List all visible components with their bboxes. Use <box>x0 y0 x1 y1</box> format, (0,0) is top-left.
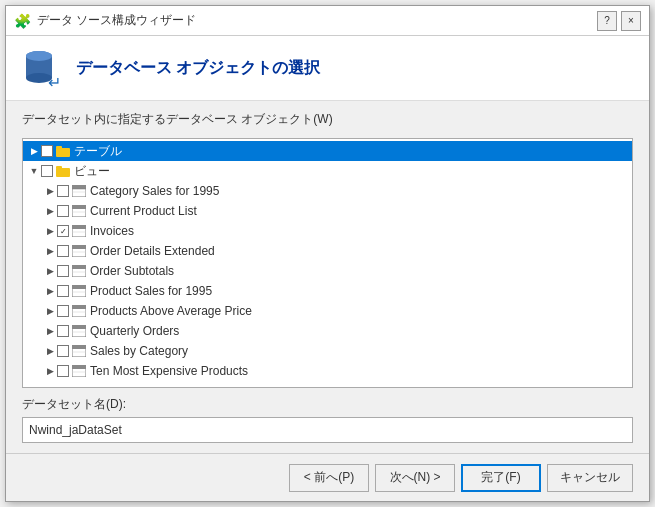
svg-text:↵: ↵ <box>48 74 61 90</box>
tree-item-views[interactable]: ▼ ビュー <box>23 161 632 181</box>
expand-cur-product-icon[interactable]: ▶ <box>43 204 57 218</box>
label-cur-product: Current Product List <box>90 204 197 218</box>
dialog-header: ↵ データベース オブジェクトの選択 <box>6 36 649 101</box>
tree-item-order-sub[interactable]: ▶ Order Subtotals <box>23 261 632 281</box>
table-cat-sales-icon <box>71 184 87 198</box>
svg-rect-10 <box>72 185 86 189</box>
checkbox-tables[interactable] <box>41 145 53 157</box>
svg-rect-7 <box>56 168 70 177</box>
expand-cat-sales-icon[interactable]: ▶ <box>43 184 57 198</box>
label-tables: テーブル <box>74 143 122 160</box>
expand-tables-icon[interactable]: ▶ <box>27 144 41 158</box>
expand-invoices-icon[interactable]: ▶ <box>43 224 57 238</box>
tree-item-prod-sales[interactable]: ▶ Product Sales for 1995 <box>23 281 632 301</box>
tree-item-quarterly[interactable]: ▶ Quarterly Orders <box>23 321 632 341</box>
label-ten-most: Ten Most Expensive Products <box>90 364 248 378</box>
svg-rect-32 <box>72 325 86 329</box>
finish-button[interactable]: 完了(F) <box>461 464 541 492</box>
svg-rect-20 <box>72 245 86 249</box>
expand-ten-most-icon[interactable]: ▶ <box>43 364 57 378</box>
svg-rect-35 <box>72 345 86 349</box>
title-bar-text: データ ソース構成ウィザード <box>37 12 196 29</box>
dataset-label: データセット名(D): <box>22 396 633 413</box>
section-label: データセット内に指定するデータベース オブジェクト(W) <box>22 111 633 128</box>
svg-rect-6 <box>56 146 62 149</box>
checkbox-sales-cat[interactable] <box>57 345 69 357</box>
tree-item-invoices[interactable]: ▶ Invoices <box>23 221 632 241</box>
label-invoices: Invoices <box>90 224 134 238</box>
label-views: ビュー <box>74 163 110 180</box>
dialog: 🧩 データ ソース構成ウィザード ? × ↵ データベース オブジェ <box>5 5 650 502</box>
title-bar-left: 🧩 データ ソース構成ウィザード <box>14 12 196 29</box>
checkbox-cat-sales[interactable] <box>57 185 69 197</box>
tree-item-prod-above[interactable]: ▶ Products Above Average Price <box>23 301 632 321</box>
checkbox-prod-sales[interactable] <box>57 285 69 297</box>
app-icon: 🧩 <box>14 13 31 29</box>
tree-item-cur-product[interactable]: ▶ Current Product List <box>23 201 632 221</box>
dialog-footer: < 前へ(P) 次へ(N) > 完了(F) キャンセル <box>6 453 649 501</box>
database-icon: ↵ <box>24 50 60 86</box>
table-invoices-icon <box>71 224 87 238</box>
checkbox-prod-above[interactable] <box>57 305 69 317</box>
expand-views-icon[interactable]: ▼ <box>27 164 41 178</box>
cancel-button[interactable]: キャンセル <box>547 464 633 492</box>
svg-rect-5 <box>56 148 70 157</box>
tree-container[interactable]: ▶ テーブル ▼ <box>22 138 633 388</box>
table-prod-sales-icon <box>71 284 87 298</box>
expand-order-details-icon[interactable]: ▶ <box>43 244 57 258</box>
svg-rect-8 <box>56 166 62 169</box>
label-order-details: Order Details Extended <box>90 244 215 258</box>
tree-item-cat-sales[interactable]: ▶ Category Sales for 1995 <box>23 181 632 201</box>
checkbox-order-sub[interactable] <box>57 265 69 277</box>
checkbox-invoices[interactable] <box>57 225 69 237</box>
svg-rect-29 <box>72 305 86 309</box>
folder-views-icon <box>55 164 71 178</box>
tree-item-order-details[interactable]: ▶ Order Details Extended <box>23 241 632 261</box>
table-order-sub-icon <box>71 264 87 278</box>
title-bar-buttons: ? × <box>597 11 641 31</box>
expand-quarterly-icon[interactable]: ▶ <box>43 324 57 338</box>
expand-prod-sales-icon[interactable]: ▶ <box>43 284 57 298</box>
checkbox-views[interactable] <box>41 165 53 177</box>
label-order-sub: Order Subtotals <box>90 264 174 278</box>
expand-order-sub-icon[interactable]: ▶ <box>43 264 57 278</box>
svg-rect-38 <box>72 365 86 369</box>
dataset-section: データセット名(D): <box>22 396 633 443</box>
label-prod-above: Products Above Average Price <box>90 304 252 318</box>
dataset-name-input[interactable] <box>22 417 633 443</box>
next-button[interactable]: 次へ(N) > <box>375 464 455 492</box>
table-prod-above-icon <box>71 304 87 318</box>
label-quarterly: Quarterly Orders <box>90 324 179 338</box>
checkbox-order-details[interactable] <box>57 245 69 257</box>
svg-rect-23 <box>72 265 86 269</box>
table-ten-most-icon <box>71 364 87 378</box>
table-cur-product-icon <box>71 204 87 218</box>
folder-tables-icon <box>55 144 71 158</box>
checkbox-quarterly[interactable] <box>57 325 69 337</box>
table-quarterly-icon <box>71 324 87 338</box>
dialog-body: データセット内に指定するデータベース オブジェクト(W) ▶ テーブル ▼ <box>6 101 649 453</box>
expand-prod-above-icon[interactable]: ▶ <box>43 304 57 318</box>
label-sales-cat: Sales by Category <box>90 344 188 358</box>
label-prod-sales: Product Sales for 1995 <box>90 284 212 298</box>
help-button[interactable]: ? <box>597 11 617 31</box>
tree-item-sales-cat[interactable]: ▶ Sales by Category <box>23 341 632 361</box>
header-icon: ↵ <box>22 48 62 88</box>
tree-item-tables[interactable]: ▶ テーブル <box>23 141 632 161</box>
label-cat-sales: Category Sales for 1995 <box>90 184 219 198</box>
title-bar: 🧩 データ ソース構成ウィザード ? × <box>6 6 649 36</box>
close-button[interactable]: × <box>621 11 641 31</box>
table-sales-cat-icon <box>71 344 87 358</box>
checkbox-ten-most[interactable] <box>57 365 69 377</box>
svg-rect-17 <box>72 225 86 229</box>
expand-sales-cat-icon[interactable]: ▶ <box>43 344 57 358</box>
svg-rect-26 <box>72 285 86 289</box>
back-button[interactable]: < 前へ(P) <box>289 464 369 492</box>
checkbox-cur-product[interactable] <box>57 205 69 217</box>
tree-item-ten-most[interactable]: ▶ Ten Most Expensive Products <box>23 361 632 381</box>
table-order-details-icon <box>71 244 87 258</box>
header-title: データベース オブジェクトの選択 <box>76 58 320 79</box>
svg-point-3 <box>26 51 52 61</box>
svg-rect-14 <box>72 205 86 209</box>
